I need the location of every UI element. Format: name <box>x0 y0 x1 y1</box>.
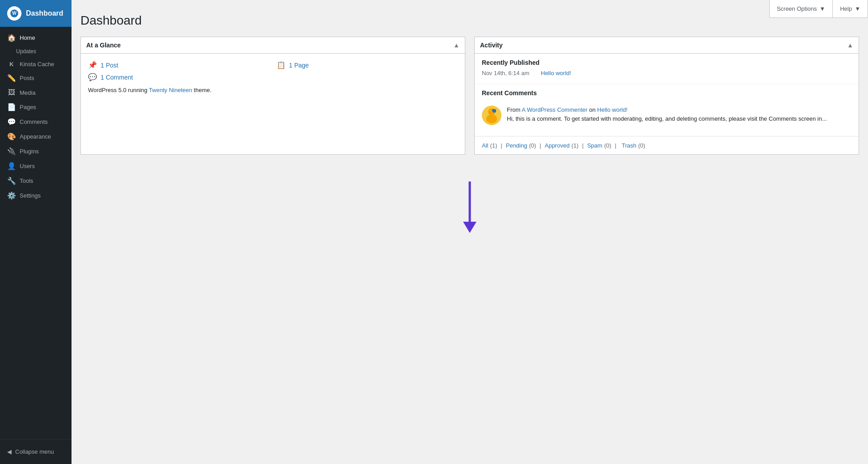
filter-trash-count: (0) <box>638 142 645 149</box>
pin-icon: 📌 <box>88 61 97 69</box>
svg-marker-9 <box>463 222 476 233</box>
filter-approved-link[interactable]: Approved <box>545 142 570 149</box>
sidebar-footer: ◀ Collapse menu <box>0 439 72 464</box>
glance-pages-link[interactable]: 1 Page <box>289 62 309 69</box>
activity-header: Activity ▲ <box>475 37 859 54</box>
glance-theme-info: WordPress 5.0 running Twenty Nineteen th… <box>88 87 458 93</box>
help-chevron-icon: ▼ <box>855 5 860 12</box>
down-arrow-icon <box>463 181 476 235</box>
plugins-icon: 🔌 <box>7 147 16 156</box>
sidebar-item-settings[interactable]: ⚙️ Settings <box>0 188 72 203</box>
sidebar-logo-text: Dashboard <box>26 9 63 17</box>
recently-published-section: Recently Published Nov 14th, 6:14 am Hel… <box>475 54 859 84</box>
at-a-glance-toggle[interactable]: ▲ <box>453 42 459 49</box>
theme-suffix: theme. <box>194 87 212 93</box>
help-button[interactable]: Help ▼ <box>832 0 868 18</box>
sidebar-item-plugins[interactable]: 🔌 Plugins <box>0 144 72 159</box>
recently-published-heading: Recently Published <box>482 59 851 66</box>
pages-icon: 📄 <box>7 103 16 111</box>
dashboard-grid: At a Glance ▲ 📌 1 Post 📋 1 Page <box>80 37 859 155</box>
filter-pending-count: (0) <box>529 142 536 149</box>
filter-all-link[interactable]: All <box>482 142 488 149</box>
at-a-glance-body: 📌 1 Post 📋 1 Page 💬 1 Comment <box>81 54 465 101</box>
recent-comments-heading: Recent Comments <box>482 89 851 97</box>
wordpress-logo-icon: W <box>7 6 21 21</box>
avatar-svg <box>482 105 501 125</box>
glance-comments-link[interactable]: 1 Comment <box>101 74 133 81</box>
media-icon: 🖼 <box>7 89 16 97</box>
sidebar-item-home[interactable]: 🏠 Home <box>0 30 72 45</box>
help-label: Help <box>840 5 852 12</box>
filter-trash-link[interactable]: Trash <box>622 142 636 149</box>
sidebar-tools-label: Tools <box>20 177 33 184</box>
commenter-avatar <box>482 105 501 125</box>
main-content: Dashboard At a Glance ▲ 📌 1 Post 📋 <box>72 0 868 464</box>
sidebar-item-users[interactable]: 👤 Users <box>0 159 72 173</box>
filter-pending-link[interactable]: Pending <box>506 142 527 149</box>
at-a-glance-title: At a Glance <box>86 42 121 49</box>
sidebar-pages-label: Pages <box>20 104 36 110</box>
sidebar-users-label: Users <box>20 163 35 169</box>
glance-posts-link[interactable]: 1 Post <box>101 62 118 69</box>
sidebar-settings-label: Settings <box>20 192 41 199</box>
comment-bubble-icon: 💬 <box>88 73 97 81</box>
filter-sep-1: | <box>501 142 502 149</box>
screen-options-button[interactable]: Screen Options ▼ <box>769 0 832 18</box>
sidebar-item-media[interactable]: 🖼 Media <box>0 85 72 100</box>
sidebar-item-appearance[interactable]: 🎨 Appearance <box>0 129 72 144</box>
sidebar-updates-label: Updates <box>16 48 36 55</box>
filter-spam-count: (0) <box>604 142 611 149</box>
comment-filters: All (1) | Pending (0) | Approved (1) | S… <box>475 136 859 154</box>
sidebar: W Dashboard 🏠 Home Updates K Kinsta Cach… <box>0 0 72 464</box>
recent-comments-section: Recent Comments <box>475 84 859 136</box>
comment-post-link[interactable]: Hello world! <box>597 106 628 113</box>
comment-from-text: From <box>507 106 520 113</box>
arrow-container <box>80 164 859 244</box>
screen-options-label: Screen Options <box>777 5 817 12</box>
posts-icon: ✏️ <box>7 74 16 82</box>
filter-approved-count: (1) <box>571 142 578 149</box>
comment-on-text: on <box>589 106 595 113</box>
page-title: Dashboard <box>80 13 859 28</box>
filter-sep-4: | <box>615 142 616 149</box>
activity-toggle[interactable]: ▲ <box>847 42 853 49</box>
sidebar-comments-label: Comments <box>20 118 48 125</box>
activity-pub-row: Nov 14th, 6:14 am Hello world! <box>482 70 851 76</box>
appearance-icon: 🎨 <box>7 132 16 141</box>
sidebar-posts-label: Posts <box>20 75 34 81</box>
at-a-glance-header: At a Glance ▲ <box>81 37 465 54</box>
collapse-label: Collapse menu <box>15 448 54 455</box>
home-icon: 🏠 <box>7 34 16 42</box>
tools-icon: 🔧 <box>7 177 16 185</box>
comment-body-text: Hi, this is a comment. To get started wi… <box>507 115 827 122</box>
sidebar-appearance-label: Appearance <box>20 133 51 140</box>
comments-icon: 💬 <box>7 118 16 126</box>
glance-stats-grid: 📌 1 Post 📋 1 Page 💬 1 Comment <box>88 61 458 81</box>
sidebar-item-posts[interactable]: ✏️ Posts <box>0 71 72 85</box>
settings-icon: ⚙️ <box>7 191 16 200</box>
activity-body: Recently Published Nov 14th, 6:14 am Hel… <box>475 54 859 154</box>
sidebar-item-kinsta-cache[interactable]: K Kinsta Cache <box>0 58 72 71</box>
activity-title: Activity <box>480 42 503 49</box>
filter-sep-2: | <box>539 142 541 149</box>
filter-spam-link[interactable]: Spam <box>587 142 603 149</box>
comment-item: From A WordPress Commenter on Hello worl… <box>482 100 851 131</box>
wp-info-text: WordPress 5.0 running <box>88 87 147 93</box>
sidebar-item-tools[interactable]: 🔧 Tools <box>0 173 72 188</box>
comment-text-content: From A WordPress Commenter on Hello worl… <box>507 105 851 125</box>
kinsta-icon: K <box>7 61 16 67</box>
sidebar-item-pages[interactable]: 📄 Pages <box>0 100 72 114</box>
svg-point-7 <box>493 109 496 113</box>
collapse-icon: ◀ <box>7 448 12 455</box>
theme-link[interactable]: Twenty Nineteen <box>149 87 192 93</box>
sidebar-kinsta-label: Kinsta Cache <box>20 61 54 67</box>
filter-all-count: (1) <box>490 142 497 149</box>
commenter-link[interactable]: A WordPress Commenter <box>522 106 587 113</box>
sidebar-item-updates[interactable]: Updates <box>0 45 72 58</box>
sidebar-item-comments[interactable]: 💬 Comments <box>0 114 72 129</box>
sidebar-logo[interactable]: W Dashboard <box>0 0 72 27</box>
sidebar-plugins-label: Plugins <box>20 148 39 155</box>
collapse-menu-button[interactable]: ◀ Collapse menu <box>0 445 72 459</box>
pub-post-link[interactable]: Hello world! <box>541 70 571 76</box>
glance-pages-item: 📋 1 Page <box>277 61 458 69</box>
